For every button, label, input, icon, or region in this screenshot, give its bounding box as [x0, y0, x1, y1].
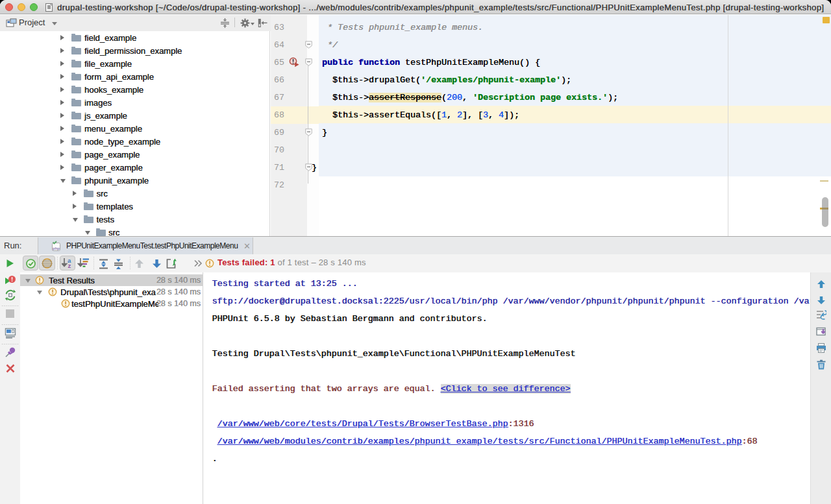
svg-text:php: php [53, 246, 60, 250]
svg-text:z: z [68, 262, 71, 269]
